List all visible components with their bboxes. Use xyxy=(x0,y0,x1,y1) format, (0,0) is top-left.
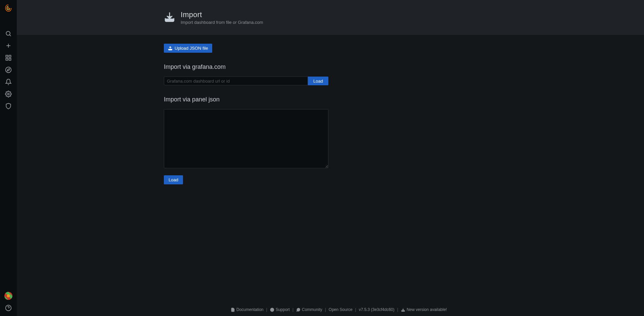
search-icon[interactable] xyxy=(0,28,17,40)
page-subtitle: Import dashboard from file or Grafana.co… xyxy=(181,20,263,25)
explore-icon[interactable] xyxy=(0,64,17,76)
footer-community[interactable]: Community xyxy=(296,307,322,312)
import-icon xyxy=(164,11,175,24)
user-avatar[interactable] xyxy=(4,292,12,300)
page-header: Import Import dashboard from file or Gra… xyxy=(17,0,644,35)
import-url-heading: Import via grafana.com xyxy=(164,63,340,71)
import-json-heading: Import via panel json xyxy=(164,96,340,103)
dashboards-icon[interactable] xyxy=(0,52,17,64)
svg-rect-7 xyxy=(9,58,11,60)
sidebar xyxy=(0,0,17,316)
load-url-button[interactable]: Load xyxy=(308,77,328,85)
footer-new-version[interactable]: New version available! xyxy=(401,307,447,312)
grafana-logo[interactable] xyxy=(0,2,17,14)
svg-marker-10 xyxy=(7,69,9,71)
import-url-section: Import via grafana.com Load xyxy=(164,63,340,85)
help-icon[interactable] xyxy=(0,302,17,314)
svg-point-9 xyxy=(6,67,11,73)
svg-rect-5 xyxy=(6,55,8,57)
footer-support[interactable]: Support xyxy=(270,307,290,312)
footer-version[interactable]: v7.5.3 (3e3cf4dc60) xyxy=(359,307,395,312)
load-json-button[interactable]: Load xyxy=(164,175,183,184)
svg-line-2 xyxy=(10,35,11,36)
grafana-url-input[interactable] xyxy=(164,77,308,85)
footer-open-source-label: Open Source xyxy=(329,307,353,312)
import-json-section: Import via panel json Load xyxy=(164,96,340,184)
footer-documentation[interactable]: Documentation xyxy=(231,307,264,312)
alerting-icon[interactable] xyxy=(0,76,17,88)
svg-rect-8 xyxy=(6,58,8,60)
footer-open-source[interactable]: Open Source xyxy=(329,307,353,312)
server-admin-icon[interactable] xyxy=(0,100,17,112)
upload-json-label: Upload JSON file xyxy=(175,46,208,51)
page: Import Import dashboard from file or Gra… xyxy=(17,0,644,316)
footer-community-label: Community xyxy=(302,307,322,312)
footer-support-label: Support xyxy=(276,307,290,312)
page-title: Import xyxy=(181,10,263,19)
upload-json-button[interactable]: Upload JSON file xyxy=(164,44,212,53)
svg-rect-6 xyxy=(9,55,11,57)
content: Upload JSON file Import via grafana.com … xyxy=(164,35,340,184)
panel-json-textarea[interactable] xyxy=(164,109,328,168)
create-icon[interactable] xyxy=(0,40,17,52)
footer-version-label: v7.5.3 (3e3cf4dc60) xyxy=(359,307,395,312)
footer-documentation-label: Documentation xyxy=(236,307,264,312)
configuration-icon[interactable] xyxy=(0,88,17,100)
footer: Documentation | Support | Community | Op… xyxy=(34,307,644,312)
svg-point-11 xyxy=(8,93,9,95)
footer-new-version-label: New version available! xyxy=(407,307,447,312)
svg-point-0 xyxy=(8,7,9,9)
svg-point-1 xyxy=(6,31,10,35)
